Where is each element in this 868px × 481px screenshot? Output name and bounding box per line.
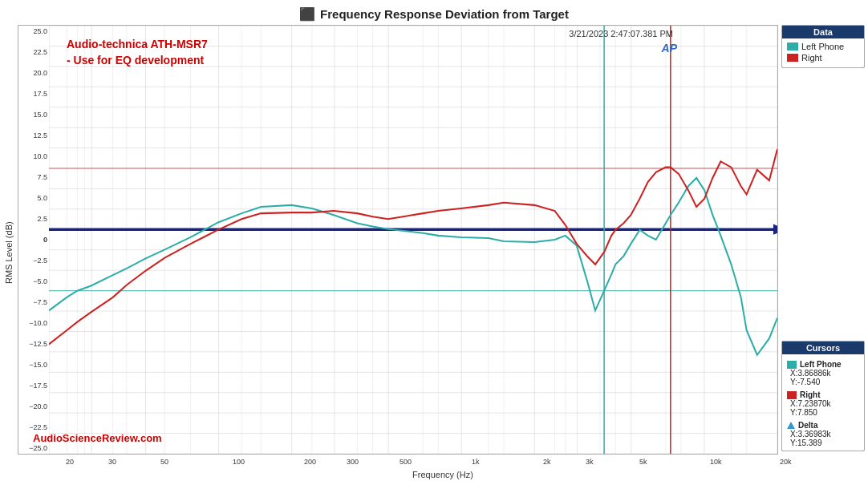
x-tick-5k: 5k — [639, 458, 647, 466]
cursor-left-phone-label: Left Phone — [787, 360, 859, 369]
y-tick: 10.0 — [18, 152, 47, 160]
headphone-subtitle: - Use for EQ development — [67, 53, 208, 69]
ap-logo: AP — [662, 42, 677, 55]
y-axis-ticks: 25.0 22.5 20.0 17.5 15.0 12.5 10.0 7.5 5… — [18, 26, 49, 454]
sidebar: Data Left Phone Right — [778, 25, 868, 455]
cursor-delta-text: Delta — [798, 421, 817, 430]
y-tick: −22.5 — [18, 423, 47, 431]
x-tick-100: 100 — [233, 458, 245, 466]
x-tick-300: 300 — [347, 458, 359, 466]
y-tick: −7.5 — [18, 298, 47, 306]
x-tick-50: 50 — [160, 458, 168, 466]
timestamp: 3/21/2023 2:47:07.381 PM — [569, 29, 673, 38]
x-tick-10k: 10k — [710, 458, 722, 466]
cursor-right-color — [787, 391, 797, 399]
y-tick: 2.5 — [18, 215, 47, 223]
y-tick: −5.0 — [18, 277, 47, 285]
legend-left-phone: Left Phone — [787, 42, 859, 51]
title-icon: ⬛ — [299, 6, 315, 22]
y-tick: −25.0 — [18, 444, 47, 452]
y-axis-label: RMS Level (dB) — [0, 25, 18, 481]
x-axis-title: Frequency (Hz) — [18, 469, 868, 481]
x-tick-20k: 20k — [780, 458, 792, 466]
main-container: ⬛ Frequency Response Deviation from Targ… — [0, 0, 868, 481]
cursors-content: Left Phone X:3.86886k Y:-7.540 Right X:7… — [782, 354, 864, 451]
cursor-delta-x: X:3.36983k — [790, 430, 859, 439]
y-tick: 22.5 — [18, 48, 47, 56]
x-axis-labels-row: 20 30 50 100 200 300 500 1k 2k 3k 5k 10k… — [18, 455, 868, 469]
x-tick-200: 200 — [304, 458, 316, 466]
chart-svg — [49, 26, 777, 454]
y-tick: −12.5 — [18, 340, 47, 348]
chart-title: Frequency Response Deviation from Target — [320, 7, 569, 21]
headphone-label: Audio-technica ATH-MSR7 - Use for EQ dev… — [67, 37, 208, 68]
cursor-right-x: X:7.23870k — [790, 399, 859, 408]
cursors-box: Cursors Left Phone X:3.86886k Y:-7.540 R… — [781, 341, 865, 451]
cursor-delta-y: Y:15.389 — [790, 439, 859, 447]
chart-with-sidebar: 25.0 22.5 20.0 17.5 15.0 12.5 10.0 7.5 5… — [18, 25, 868, 455]
y-tick: −10.0 — [18, 319, 47, 327]
y-tick: 5.0 — [18, 194, 47, 202]
cursors-title: Cursors — [782, 342, 864, 354]
x-tick-2k: 2k — [543, 458, 551, 466]
cursor-delta-label: Delta — [787, 421, 859, 430]
legend-right-label: Right — [801, 53, 822, 63]
title-bar: ⬛ Frequency Response Deviation from Targ… — [0, 0, 868, 25]
y-tick: 17.5 — [18, 90, 47, 98]
data-legend-content: Left Phone Right — [782, 38, 864, 67]
delta-triangle-icon — [787, 422, 795, 429]
y-tick: −2.5 — [18, 257, 47, 265]
y-tick: 12.5 — [18, 131, 47, 139]
cursor-right-label: Right — [787, 390, 859, 399]
headphone-name: Audio-technica ATH-MSR7 — [67, 37, 208, 53]
x-tick-20: 20 — [66, 458, 74, 466]
legend-right: Right — [787, 53, 859, 63]
chart-area: RMS Level (dB) 25.0 22.5 20.0 17.5 15.0 … — [0, 25, 868, 481]
svg-rect-0 — [49, 26, 777, 454]
y-tick: 25.0 — [18, 27, 47, 35]
watermark: AudioScienceReview.com — [33, 432, 162, 444]
y-tick: 20.0 — [18, 69, 47, 77]
x-tick-30: 30 — [108, 458, 116, 466]
y-tick: −15.0 — [18, 361, 47, 369]
cursor-right-text: Right — [800, 390, 821, 399]
cursor-left-phone-text: Left Phone — [800, 360, 842, 369]
x-tick-500: 500 — [400, 458, 412, 466]
cursor-right-y: Y:7.850 — [790, 408, 859, 417]
x-tick-3k: 3k — [586, 458, 594, 466]
y-tick: −17.5 — [18, 382, 47, 390]
y-tick: −20.0 — [18, 402, 47, 410]
chart-plot: 25.0 22.5 20.0 17.5 15.0 12.5 10.0 7.5 5… — [18, 25, 778, 455]
x-tick-1k: 1k — [472, 458, 480, 466]
y-tick: 0 — [18, 236, 47, 244]
cursor-left-x: X:3.86886k — [790, 369, 859, 378]
left-phone-color-swatch — [787, 42, 798, 51]
data-legend-box: Data Left Phone Right — [781, 25, 865, 68]
right-color-swatch — [787, 54, 798, 62]
y-tick: 7.5 — [18, 173, 47, 181]
legend-left-phone-label: Left Phone — [801, 42, 844, 51]
chart-inner: 25.0 22.5 20.0 17.5 15.0 12.5 10.0 7.5 5… — [18, 25, 868, 481]
data-legend-title: Data — [782, 26, 864, 38]
cursor-left-color — [787, 361, 797, 369]
cursor-left-y: Y:-7.540 — [790, 378, 859, 386]
y-tick: 15.0 — [18, 111, 47, 119]
svg-marker-61 — [773, 224, 777, 234]
